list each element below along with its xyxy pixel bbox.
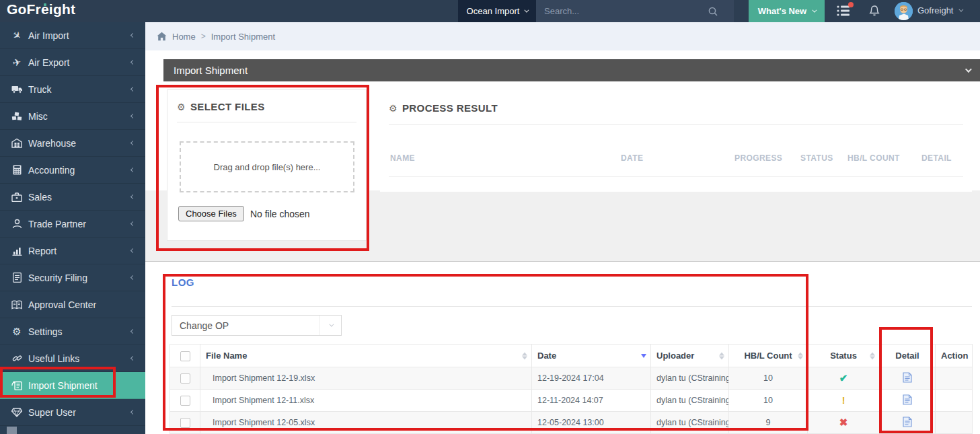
sidebar-item-settings[interactable]: ⚙ Settings — [0, 318, 145, 345]
date-cell: 12-05-2024 13:00 — [532, 412, 651, 434]
sort-desc-icon[interactable] — [641, 354, 646, 358]
sidebar-item-label: Trade Partner — [28, 219, 131, 229]
page-title-bar[interactable]: Import Shipment — [163, 59, 980, 81]
file-name-cell: Import Shipment 12-19.xlsx — [200, 367, 532, 390]
cubes-icon — [8, 112, 26, 121]
uploader-cell: dylan tu (CStraining) — [651, 367, 729, 390]
chevron-left-icon — [130, 60, 135, 65]
sidebar-item-approval-center[interactable]: Approval Center — [0, 291, 145, 318]
sidebar-item-truck[interactable]: Truck — [0, 76, 145, 103]
process-result-heading: ⚙ PROCESS RESULT — [389, 102, 972, 114]
table-row: Import Shipment 12-19.xlsx 12-19-2024 17… — [170, 367, 973, 390]
file-dropzone[interactable]: Drag and drop file(s) here... — [180, 141, 354, 192]
module-selector[interactable]: Ocean Import — [458, 0, 536, 22]
select-files-title: SELECT FILES — [190, 101, 265, 112]
sidebar-item-import-shipment[interactable]: Import Shipment — [0, 372, 145, 399]
sidebar-item-label: Super User — [28, 407, 131, 418]
sidebar-item-security-filing[interactable]: Security Filing — [0, 264, 145, 291]
gear-icon: ⚙ — [177, 102, 186, 112]
chevron-left-icon — [130, 248, 135, 253]
avatar[interactable] — [895, 2, 913, 20]
column-header-hbl-count: HB/L COUNT — [847, 153, 900, 163]
sidebar-item-air-import[interactable]: ✈ Air Import — [0, 22, 145, 49]
sidebar-item-useful-links[interactable]: Useful Links — [0, 345, 145, 372]
file-name-cell: Import Shipment 12-11.xlsx — [200, 390, 532, 412]
row-checkbox[interactable] — [180, 396, 190, 406]
column-header-status[interactable]: Status — [808, 345, 880, 367]
breadcrumb-home[interactable]: Home — [172, 32, 196, 42]
global-search — [536, 0, 734, 22]
sidebar-item-sales[interactable]: Sales — [0, 184, 145, 211]
no-file-chosen-text: No file chosen — [250, 209, 310, 219]
column-header-uploader[interactable]: Uploader — [651, 345, 729, 367]
column-header-date[interactable]: Date — [532, 345, 651, 367]
sidebar-item-super-user[interactable]: Super User — [0, 399, 145, 426]
choose-files-button[interactable]: Choose Files — [178, 206, 244, 221]
column-header-hbl-count[interactable]: HB/L Count — [729, 345, 808, 367]
sidebar-item-label: Report — [28, 246, 131, 256]
whats-new-button[interactable]: What's New — [749, 0, 825, 22]
sort-icon[interactable] — [522, 352, 527, 359]
tasks-icon[interactable] — [836, 4, 851, 17]
warehouse-icon — [8, 138, 26, 148]
sidebar-item-warehouse[interactable]: Warehouse — [0, 130, 145, 157]
select-all-checkbox[interactable] — [180, 351, 190, 361]
main-content: Home > Import Shipment Import Shipment ⚙… — [145, 22, 980, 434]
dropzone-text: Drag and drop file(s) here... — [214, 162, 321, 172]
file-input-row: Choose Files No file chosen — [178, 206, 310, 221]
row-checkbox[interactable] — [180, 418, 190, 428]
chevron-left-icon — [130, 410, 135, 414]
chevron-left-icon — [130, 221, 135, 226]
process-result-header-row: NAME DATE PROGRESS STATUS HB/L COUNT DET… — [389, 153, 963, 167]
bar-chart-icon — [8, 246, 26, 256]
breadcrumb-current: Import Shipment — [211, 32, 275, 42]
log-table: File Name Date Uploader HB/L Count Statu… — [169, 344, 973, 434]
sidebar-item-air-export[interactable]: ✈ Air Export — [0, 49, 145, 76]
column-header-action: Action — [936, 345, 973, 367]
date-cell: 12-19-2024 17:04 — [532, 367, 651, 390]
divider — [172, 306, 972, 307]
detail-file-icon[interactable] — [903, 417, 912, 427]
table-row: Import Shipment 12-11.xlsx 12-11-2024 14… — [170, 390, 973, 412]
sidebar-nav: ✈ Air Import ✈ Air Export Truck M — [0, 22, 145, 434]
sidebar-item-trade-partner[interactable]: Trade Partner — [0, 211, 145, 238]
change-op-select[interactable]: Change OP — [172, 315, 342, 336]
sidebar-item-report[interactable]: Report — [0, 238, 145, 264]
file-name-cell: Import Shipment 12-05.xlsx — [200, 412, 532, 434]
sort-icon[interactable] — [798, 352, 803, 359]
log-title: LOG — [172, 277, 194, 288]
briefcase-icon — [8, 192, 26, 202]
sidebar-item-accounting[interactable]: Accounting — [0, 157, 145, 184]
collapse-chevron-icon[interactable] — [965, 66, 972, 73]
user-menu[interactable]: Gofreight — [917, 5, 962, 15]
action-cell — [936, 390, 973, 412]
table-row: Import Shipment 12-05.xlsx 12-05-2024 13… — [170, 412, 973, 434]
sidebar-item-label: Approval Center — [28, 299, 137, 310]
sidebar-item-misc[interactable]: Misc — [0, 103, 145, 130]
chevron-left-icon — [130, 168, 135, 172]
action-cell — [936, 367, 973, 390]
bell-icon[interactable] — [868, 5, 880, 17]
process-result-panel: ⚙ PROCESS RESULT NAME DATE PROGRESS STAT… — [380, 94, 972, 192]
column-header-file-name[interactable]: File Name — [200, 345, 532, 367]
detail-file-icon[interactable] — [903, 394, 912, 405]
sort-icon[interactable] — [870, 352, 875, 359]
search-input[interactable] — [536, 6, 708, 16]
hbl-count-cell: 10 — [729, 367, 808, 390]
sidebar-item-label: Misc — [28, 111, 131, 122]
plane-arrival-icon: ✈ — [6, 25, 28, 45]
sort-icon[interactable] — [719, 352, 724, 359]
user-name-label: Gofreight — [917, 5, 953, 15]
change-op-value: Change OP — [180, 320, 229, 331]
document-icon — [8, 273, 26, 283]
hbl-count-cell: 10 — [729, 390, 808, 412]
column-header-detail: Detail — [880, 345, 936, 367]
row-checkbox[interactable] — [180, 373, 190, 384]
search-icon[interactable] — [708, 6, 718, 17]
detail-file-icon[interactable] — [903, 372, 912, 383]
sidebar-item-label: Air Export — [28, 57, 131, 68]
chevron-left-icon — [130, 33, 135, 38]
status-warning-icon: ! — [842, 395, 845, 406]
select-files-heading: ⚙ SELECT FILES — [177, 101, 366, 112]
logo-accent-dot — [44, 3, 46, 6]
